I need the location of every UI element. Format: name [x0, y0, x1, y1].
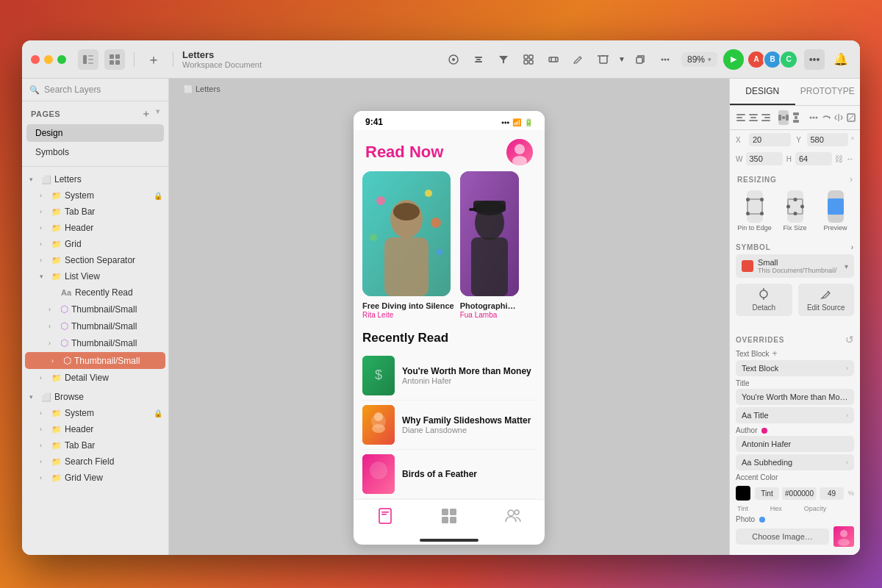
notifications-button[interactable]: 🔔	[831, 49, 851, 70]
pin-to-edge-option[interactable]: Pin to Edge	[736, 190, 773, 234]
tab-book-icon[interactable]	[376, 507, 394, 528]
maximize-button[interactable]	[57, 55, 66, 64]
author-style[interactable]: Aa Subheding ›	[736, 454, 854, 470]
symbol-dropdown-icon: ▾	[845, 262, 848, 270]
fix-size-btn[interactable]	[787, 190, 803, 223]
image-thumbnail[interactable]	[833, 526, 854, 547]
rotate-icon[interactable]	[821, 110, 831, 125]
canvas-area[interactable]: ⬜ Letters 9:41 ▪▪▪ 📶 🔋	[169, 79, 729, 555]
layer-detail-view[interactable]: › 📁 Detail View	[22, 370, 168, 386]
hex-value[interactable]: #000000	[782, 487, 817, 500]
layer-thumb-1[interactable]: › ⬡ Thumbnail/Small	[22, 301, 168, 318]
edit-source-button[interactable]: Edit Source	[798, 284, 855, 316]
sidebar-toggle-button[interactable]	[78, 49, 98, 70]
layer-browse[interactable]: ▾ ⬜ Browse	[22, 389, 168, 405]
more-tools-icon[interactable]	[655, 49, 675, 70]
w-input[interactable]	[746, 152, 783, 165]
flip-icon[interactable]	[833, 110, 844, 125]
layer-letters[interactable]: ▾ ⬜ Letters	[22, 171, 168, 187]
layer-system-2[interactable]: › 📁 System 🔒	[22, 405, 168, 421]
pages-icons: ＋ ▾	[141, 107, 159, 121]
distribute-v-icon[interactable]	[791, 110, 801, 125]
layout-icon[interactable]	[543, 49, 564, 70]
fix-size-option[interactable]: Fix Size	[776, 190, 814, 234]
layer-search-field[interactable]: › 📁 Search Field	[22, 453, 168, 470]
author-value[interactable]: Antonin Hafer	[736, 436, 854, 452]
tab-design[interactable]: DESIGN	[730, 79, 795, 105]
layer-thumb-4-active[interactable]: › ⬡ Thumbnail/Small	[25, 352, 165, 369]
y-input[interactable]	[807, 133, 849, 146]
align-right-icon[interactable]	[761, 110, 771, 125]
text-block-value[interactable]: Text Block ›	[736, 360, 854, 376]
copy-icon[interactable]	[630, 49, 650, 70]
book-list-item-3[interactable]: Birds of a Feather	[362, 450, 536, 499]
title-value[interactable]: You're Worth More than Money	[736, 389, 854, 405]
filter-icon[interactable]	[493, 49, 514, 70]
recently-read-title: Recently Read	[362, 331, 536, 345]
distribute-h-icon[interactable]	[778, 110, 789, 125]
h-input[interactable]	[795, 152, 832, 165]
scale-icon[interactable]	[846, 110, 856, 125]
layer-system-1[interactable]: › 📁 System 🔒	[22, 187, 168, 204]
play-button[interactable]: ▶	[723, 49, 744, 70]
resizing-toggle[interactable]: ›	[850, 174, 853, 184]
book-list-item-1[interactable]: $ You're Worth More than Money Antonin H…	[362, 351, 536, 401]
tab-grid-icon[interactable]	[440, 507, 458, 528]
user-avatar[interactable]	[506, 139, 533, 165]
layer-tab-bar-2[interactable]: › 📁 Tab Bar	[22, 437, 168, 453]
symbol-selector[interactable]: Small This Document/Thumbnail/ ▾	[736, 254, 854, 278]
align-left-icon[interactable]	[736, 110, 746, 125]
book-card-1[interactable]: Free Diving into Silence Rita Leite	[362, 171, 454, 322]
layer-grid-view[interactable]: › 📁 Grid View	[22, 470, 168, 486]
preview-option[interactable]: Preview	[817, 190, 854, 234]
crop-icon[interactable]	[593, 49, 614, 70]
layer-list-view[interactable]: ▾ 📁 List View	[22, 268, 168, 284]
align-icon[interactable]	[468, 49, 489, 70]
tab-prototype[interactable]: PROTOTYPE	[795, 79, 861, 105]
component-icon[interactable]	[443, 49, 464, 70]
more-options-icon[interactable]	[808, 110, 819, 125]
minimize-button[interactable]	[44, 55, 53, 64]
add-page-icon[interactable]: ＋	[141, 107, 151, 121]
more-button[interactable]: •••	[804, 49, 825, 70]
layer-header-1[interactable]: › 📁 Header	[22, 220, 168, 236]
crop-dropdown[interactable]: ▼	[618, 55, 625, 63]
layer-grid[interactable]: › 📁 Grid	[22, 236, 168, 252]
search-box[interactable]: 🔍 Search Layers	[22, 79, 168, 101]
zoom-control[interactable]: 89% ▾	[681, 52, 717, 67]
close-button[interactable]	[31, 55, 40, 64]
layer-header-2[interactable]: › 📁 Header	[22, 421, 168, 437]
book-card-2[interactable]: Photographi… Fua Lamba	[460, 171, 519, 322]
layer-recently-read-text[interactable]: Aa Recently Read	[22, 284, 168, 301]
opacity-value[interactable]: 49	[820, 487, 844, 500]
layer-thumb-2[interactable]: › ⬡ Thumbnail/Small	[22, 318, 168, 334]
choose-image-button[interactable]: Choose Image…	[736, 528, 829, 545]
preview-btn[interactable]	[828, 190, 844, 223]
flip-h-icon[interactable]: ↔	[846, 154, 854, 163]
reset-icon[interactable]: ↺	[845, 334, 854, 345]
books-row: Free Diving into Silence Rita Leite	[354, 171, 545, 331]
book-list-item-2[interactable]: Why Family Slideshows Matter Diane Lansd…	[362, 401, 536, 450]
photo-override: Photo Choose Image…	[736, 515, 854, 550]
tab-people-icon[interactable]	[504, 507, 522, 528]
add-override-icon[interactable]: +	[772, 348, 778, 359]
accent-color-swatch[interactable]	[736, 486, 750, 501]
frame-icon[interactable]	[518, 49, 539, 70]
title-style[interactable]: Aa Title ›	[736, 407, 854, 423]
page-item-design[interactable]: Design	[26, 124, 164, 142]
x-input[interactable]	[749, 133, 791, 146]
align-center-icon[interactable]	[748, 110, 759, 125]
detach-button[interactable]: Detach	[736, 284, 792, 316]
layer-section-sep[interactable]: › 📁 Section Separator	[22, 252, 168, 268]
lock-icon: 🔒	[154, 192, 162, 200]
status-icons: ▪▪▪ 📶 🔋	[501, 118, 533, 126]
search-input[interactable]: Search Layers	[44, 85, 101, 95]
pencil-icon[interactable]	[568, 49, 589, 70]
page-item-symbols[interactable]: Symbols	[26, 143, 164, 161]
pin-edge-btn[interactable]	[747, 190, 763, 223]
lock-ratio-icon[interactable]: ⛓	[835, 154, 843, 163]
grid-view-button[interactable]	[104, 49, 125, 70]
layer-thumb-3[interactable]: › ⬡ Thumbnail/Small	[22, 334, 168, 351]
layer-tab-bar-1[interactable]: › 📁 Tab Bar	[22, 204, 168, 220]
add-button[interactable]: ＋	[143, 49, 164, 70]
